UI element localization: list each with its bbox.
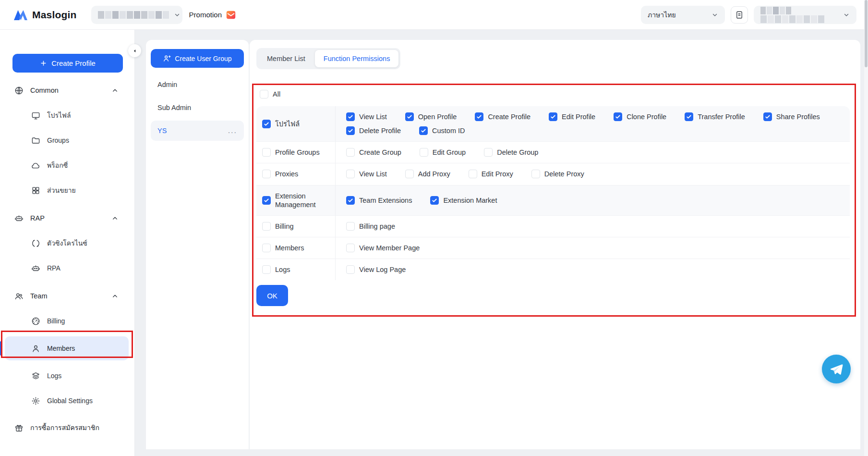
docs-button[interactable] — [731, 6, 748, 24]
language-selector[interactable]: ภาษาไทย — [641, 6, 725, 24]
checkbox[interactable] — [405, 170, 414, 178]
checkbox[interactable] — [346, 126, 355, 135]
permission-edit-profile[interactable]: Edit Profile — [549, 112, 595, 121]
sidebar-section-rap[interactable]: RAP — [0, 209, 134, 228]
permission-team-extensions[interactable]: Team Extensions — [346, 196, 412, 205]
checkbox[interactable] — [262, 244, 271, 252]
checkbox[interactable] — [262, 265, 271, 274]
checkbox[interactable] — [685, 112, 693, 121]
module-logs[interactable]: Logs — [262, 265, 290, 274]
permission-view-list[interactable]: View List — [346, 112, 387, 121]
telegram-button[interactable] — [822, 355, 851, 383]
checkbox[interactable] — [346, 196, 355, 205]
permission-share-profiles[interactable]: Share Profiles — [763, 112, 820, 121]
scrollbar-thumb[interactable] — [865, 0, 868, 67]
checkbox[interactable] — [763, 112, 772, 121]
checkbox[interactable] — [469, 170, 477, 178]
permission-edit-group[interactable]: Edit Group — [420, 148, 466, 157]
group-item-sub-admin[interactable]: Sub Admin — [151, 98, 244, 118]
module-proxies[interactable]: Proxies — [262, 170, 298, 178]
group-list: AdminSub AdminYS... — [151, 74, 244, 144]
tab-member-list[interactable]: Member List — [258, 50, 314, 67]
module-โปรไฟล์[interactable]: โปรไฟล์ — [262, 120, 300, 128]
checkbox[interactable] — [262, 170, 271, 178]
checkbox[interactable] — [430, 196, 439, 205]
sidebar-item-ตัวซิงโครไนซ์[interactable]: ตัวซิงโครไนซ์ — [0, 234, 134, 253]
checkbox[interactable] — [262, 196, 271, 205]
grid-icon — [31, 186, 40, 195]
permission-view-member-page[interactable]: View Member Page — [346, 244, 420, 252]
sidebar-item-logs[interactable]: Logs — [0, 366, 134, 385]
group-item-admin[interactable]: Admin — [151, 74, 244, 95]
permission-create-group[interactable]: Create Group — [346, 148, 401, 157]
sidebar-item-billing[interactable]: Billing — [0, 311, 134, 331]
group-item-ys[interactable]: YS... — [151, 121, 244, 141]
collapse-sidebar-button[interactable] — [128, 44, 141, 57]
permission-clone-profile[interactable]: Clone Profile — [614, 112, 666, 121]
checkbox[interactable] — [262, 222, 271, 231]
checkbox[interactable] — [346, 112, 355, 121]
select-all-checkbox-row[interactable]: All — [260, 90, 280, 99]
module-extension-management[interactable]: Extension Management — [262, 192, 330, 209]
checkbox[interactable] — [346, 222, 355, 231]
sidebar-item-rpa[interactable]: RPA — [0, 259, 134, 278]
account-selector[interactable] — [754, 6, 856, 24]
checkbox[interactable] — [346, 170, 355, 178]
permission-transfer-profile[interactable]: Transfer Profile — [685, 112, 745, 121]
permission-view-log-page[interactable]: View Log Page — [346, 265, 406, 274]
checkbox[interactable] — [262, 148, 271, 157]
sidebar-item-global-settings[interactable]: Global Settings — [0, 391, 134, 410]
sidebar-section-common[interactable]: Common — [0, 81, 134, 100]
create-user-group-button[interactable]: Create User Group — [151, 49, 244, 68]
checkbox[interactable] — [614, 112, 622, 121]
permission-open-profile[interactable]: Open Profile — [405, 112, 457, 121]
chevron-up-icon — [111, 87, 119, 94]
sidebar-item-ส่วนขยาย[interactable]: ส่วนขยาย — [0, 181, 134, 200]
sidebar-section-team[interactable]: Team — [0, 286, 134, 306]
module-billing[interactable]: Billing — [262, 222, 294, 231]
group-menu-dots-icon[interactable]: ... — [228, 128, 237, 133]
permission-billing-page[interactable]: Billing page — [346, 222, 395, 231]
page-scrollbar[interactable] — [864, 0, 868, 456]
ok-button[interactable]: OK — [256, 285, 288, 306]
checkbox[interactable] — [475, 112, 483, 121]
sidebar-item-label: ส่วนขยาย — [47, 185, 76, 196]
checkbox[interactable] — [346, 148, 355, 157]
checkbox[interactable] — [549, 112, 557, 121]
checkbox[interactable] — [346, 244, 355, 252]
sidebar-item-members[interactable]: Members — [5, 336, 129, 360]
checkbox[interactable] — [484, 148, 493, 157]
sidebar-item-พร็อกซี่[interactable]: พร็อกซี่ — [0, 156, 134, 175]
permission-create-profile[interactable]: Create Profile — [475, 112, 530, 121]
sidebar-section-label: RAP — [30, 214, 45, 222]
sidebar-item-label: โปรไฟล์ — [47, 110, 71, 121]
permission-custom-id[interactable]: Custom ID — [419, 126, 465, 135]
layers-icon — [31, 371, 40, 381]
promotion-label: Promotion — [189, 11, 222, 19]
module-profile-groups[interactable]: Profile Groups — [262, 148, 320, 157]
permission-delete-group[interactable]: Delete Group — [484, 148, 538, 157]
module-members[interactable]: Members — [262, 244, 304, 252]
sidebar-item-โปรไฟล์[interactable]: โปรไฟล์ — [0, 106, 134, 125]
checkbox[interactable] — [420, 148, 428, 157]
permission-delete-proxy[interactable]: Delete Proxy — [531, 170, 584, 178]
all-checkbox[interactable] — [260, 90, 268, 99]
person-plus-icon — [163, 54, 171, 62]
permission-add-proxy[interactable]: Add Proxy — [405, 170, 450, 178]
group-name: YS — [157, 127, 167, 135]
promotion-link[interactable]: Promotion — [189, 10, 236, 20]
tab-function-permissions[interactable]: Function Permissions — [315, 50, 399, 67]
checkbox[interactable] — [405, 112, 414, 121]
sidebar-item-groups[interactable]: Groups — [0, 131, 134, 150]
permission-edit-proxy[interactable]: Edit Proxy — [469, 170, 513, 178]
workspace-selector[interactable] — [91, 6, 182, 24]
checkbox[interactable] — [346, 265, 355, 274]
permission-view-list[interactable]: View List — [346, 170, 387, 178]
permission-extension-market[interactable]: Extension Market — [430, 196, 497, 205]
create-profile-button[interactable]: Create Profile — [12, 54, 123, 73]
checkbox[interactable] — [262, 120, 271, 128]
sidebar-item-การซื้อการสมัครสมาชิก[interactable]: การซื้อการสมัครสมาชิก — [0, 418, 134, 437]
checkbox[interactable] — [419, 126, 428, 135]
checkbox[interactable] — [531, 170, 540, 178]
permission-delete-profile[interactable]: Delete Profile — [346, 126, 401, 135]
